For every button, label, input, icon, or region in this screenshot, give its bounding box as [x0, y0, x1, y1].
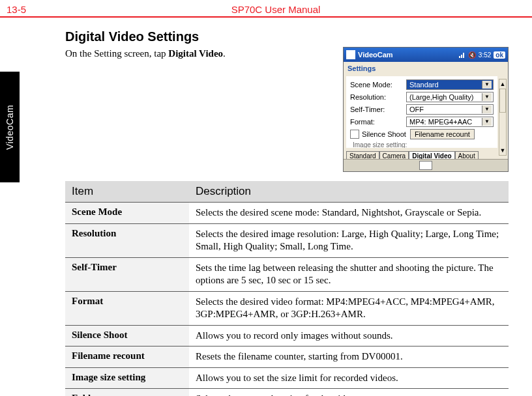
cell-desc: Resets the filename counter, starting fr… [189, 346, 509, 368]
scroll-thumb[interactable] [499, 89, 506, 113]
cell-desc: Selects the desired scene mode: Standard… [189, 203, 509, 224]
table-row: Filename recount Resets the filename cou… [65, 346, 509, 368]
scene-mode-combo[interactable]: Standard ▼ [406, 79, 494, 90]
cell-item: Silence Shoot [65, 325, 189, 346]
titlebar: VideoCam 🔇 3:52 ok [344, 48, 508, 62]
table-row: Self-Timer Sets the time lag between rel… [65, 257, 509, 291]
table-row: Image size setting Allows you to set the… [65, 367, 509, 389]
tab-strip: Standard Camera Digital Video About [346, 148, 497, 160]
intro-pre: On the Setting screen, tap [65, 48, 168, 59]
cell-desc: Allows you to set the size limit for rec… [189, 367, 509, 389]
table-row: Silence Shoot Allows you to record only … [65, 325, 509, 346]
device-screenshot: VideoCam 🔇 3:52 ok Settings Scene Mode: … [343, 47, 509, 172]
col-header-item: Item [65, 181, 189, 203]
cell-desc: Allows you to record only images without… [189, 325, 509, 346]
col-header-description: Description [189, 181, 509, 203]
cell-desc: Selects the desired image resolution: La… [189, 223, 509, 257]
signal-icon [459, 51, 466, 58]
clock-label: 3:52 [479, 51, 491, 59]
chevron-down-icon: ▼ [482, 93, 492, 101]
scene-mode-label: Scene Mode: [350, 81, 406, 89]
cell-desc: Selects the desired video format: MP4:MP… [189, 291, 509, 325]
self-timer-value: OFF [409, 106, 424, 113]
cell-item: Image size setting [65, 367, 189, 389]
svg-rect-0 [459, 56, 460, 58]
sip-bar [344, 159, 508, 171]
chevron-down-icon: ▼ [482, 118, 492, 126]
start-icon[interactable] [346, 50, 355, 59]
cell-item: Filename recount [65, 346, 189, 368]
section-heading: Digital Video Settings [65, 29, 509, 44]
scroll-up-icon[interactable]: ▲ [499, 79, 506, 89]
cell-item: Resolution [65, 223, 189, 257]
self-timer-label: Self-Timer: [350, 106, 406, 113]
cell-item: Folder [65, 389, 189, 397]
intro-post: . [223, 48, 226, 59]
self-timer-combo[interactable]: OFF ▼ [406, 104, 494, 115]
scroll-down-icon[interactable]: ▼ [499, 146, 506, 155]
resolution-combo[interactable]: (Large,High Quality) ▼ [406, 92, 494, 102]
format-label: Format: [350, 118, 406, 126]
settings-table: Item Description Scene Mode Selects the … [65, 181, 509, 396]
filename-recount-button[interactable]: Filename recount [410, 129, 475, 139]
chevron-down-icon: ▼ [482, 106, 492, 113]
intro-text: On the Setting screen, tap Digital Video… [65, 48, 226, 59]
table-row: Scene Mode Selects the desired scene mod… [65, 203, 509, 224]
speaker-icon[interactable]: 🔇 [468, 51, 476, 59]
cell-desc: Sets the time lag between releasing the … [189, 257, 509, 291]
cell-item: Format [65, 291, 189, 325]
svg-rect-2 [463, 53, 464, 58]
scrollbar[interactable]: ▲ ▼ [499, 79, 507, 156]
ok-button[interactable]: ok [494, 51, 505, 59]
silence-shoot-label: Silence Shoot [362, 130, 406, 138]
resolution-value: (Large,High Quality) [409, 93, 473, 101]
side-tab-videocam: VideoCam [0, 72, 20, 182]
settings-heading: Settings [344, 62, 508, 76]
resolution-label: Resolution: [350, 93, 406, 101]
cell-desc: Selects the storage location for the vid… [189, 389, 509, 397]
format-combo[interactable]: MP4: MPEG4+AAC ▼ [406, 117, 494, 127]
page-number: 13-5 [7, 4, 26, 15]
cell-item: Self-Timer [65, 257, 189, 291]
keyboard-icon[interactable] [419, 161, 432, 170]
document-title: SP70C User Manual [26, 4, 525, 15]
format-value: MP4: MPEG4+AAC [409, 118, 472, 126]
cell-item: Scene Mode [65, 203, 189, 224]
scene-mode-value: Standard [409, 81, 439, 89]
intro-bold: Digital Video [168, 48, 223, 59]
silence-shoot-checkbox[interactable] [350, 130, 359, 139]
table-row: Resolution Selects the desired image res… [65, 223, 509, 257]
window-title: VideoCam [358, 51, 456, 59]
page-header: 13-5 SP70C User Manual [0, 0, 532, 18]
chevron-down-icon: ▼ [482, 81, 492, 89]
table-row: Format Selects the desired video format:… [65, 291, 509, 325]
content-area: Digital Video Settings On the Setting sc… [65, 18, 509, 396]
form-area: Scene Mode: Standard ▼ Resolution: (Larg… [346, 76, 497, 153]
page: 13-5 SP70C User Manual VideoCam Digital … [0, 0, 532, 396]
svg-rect-1 [461, 55, 462, 58]
table-row: Folder Selects the storage location for … [65, 389, 509, 397]
